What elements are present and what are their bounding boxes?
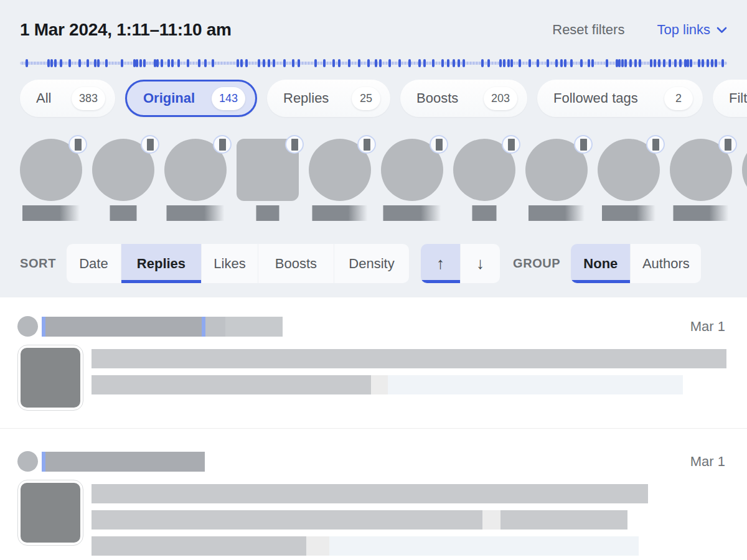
timeline-tick: [338, 59, 341, 67]
sort-option-density[interactable]: Density: [334, 244, 409, 283]
timeline-tick: [580, 59, 583, 67]
post-text-placeholder: [92, 510, 482, 530]
timeline-tick: [50, 59, 53, 67]
group-option-none[interactable]: None: [571, 244, 630, 283]
post-header: Mar 1: [17, 316, 725, 337]
timeline-tick: [458, 59, 460, 67]
avatar-badge-icon: [646, 135, 665, 154]
sort-direction-descending[interactable]: ↓: [461, 244, 500, 283]
timeline-tick: [121, 59, 123, 67]
carousel-avatar[interactable]: [598, 139, 660, 223]
timeline-tick: [654, 59, 656, 67]
top-links-dropdown[interactable]: Top links: [657, 22, 727, 38]
post-text-placeholder: [92, 536, 306, 556]
timeline-tick: [156, 59, 159, 67]
timeline-tick: [621, 59, 624, 67]
timeline-tick: [606, 59, 608, 67]
post-text-placeholder: [388, 375, 683, 394]
timeline-tick: [97, 59, 100, 67]
reset-filters-button[interactable]: Reset filters: [552, 22, 624, 38]
avatar-badge-icon: [141, 135, 159, 154]
activity-timeline-scrubber[interactable]: [20, 59, 727, 67]
post-item[interactable]: Mar 1: [0, 429, 747, 560]
post-thumbnail-image: [21, 483, 80, 543]
badge-glyph: [219, 139, 226, 151]
timeline-tick: [60, 59, 62, 67]
timeline-tick: [715, 59, 717, 67]
carousel-avatar[interactable]: [453, 139, 515, 223]
avatar-badge-icon: [430, 135, 448, 154]
carousel-avatar[interactable]: [237, 139, 299, 223]
carousel-avatar[interactable]: [525, 139, 588, 223]
sort-option-replies[interactable]: Replies: [121, 244, 201, 283]
timeline-tick: [707, 59, 709, 67]
post-author-avatar[interactable]: [17, 316, 38, 337]
timeline-tick: [283, 59, 286, 67]
filter-pill-replies[interactable]: Replies25: [267, 80, 390, 117]
filter-pill-label: Replies: [283, 90, 329, 106]
timeline-tick: [510, 59, 513, 67]
carousel-avatar[interactable]: [381, 139, 443, 223]
timeline-tick: [432, 59, 435, 67]
post-item[interactable]: Mar 1: [0, 297, 747, 429]
timeline-tick: [143, 59, 146, 67]
timeline-tick: [441, 59, 444, 67]
timeline-tick: [669, 59, 671, 67]
avatar-name-placeholder: [383, 205, 441, 221]
timeline-tick: [698, 59, 700, 67]
timeline-tick: [519, 59, 521, 67]
timeline-tick: [204, 59, 207, 67]
post-text-placeholder: [92, 484, 648, 503]
timeline-tick: [398, 59, 401, 67]
sort-option-likes[interactable]: Likes: [202, 244, 258, 283]
post-text-line: [92, 510, 648, 530]
sort-direction-ascending[interactable]: ↑: [421, 244, 460, 283]
post-author-avatar[interactable]: [17, 451, 38, 472]
timeline-tick: [616, 59, 618, 67]
filter-pill-all[interactable]: All383: [20, 80, 115, 117]
filter-pill-boosts[interactable]: Boosts203: [400, 80, 527, 117]
timeline-tick: [133, 59, 136, 67]
timeline-tick: [332, 59, 335, 67]
carousel-avatar[interactable]: [20, 139, 82, 223]
post-thumbnail-image: [21, 348, 80, 408]
timeline-tick: [684, 59, 687, 67]
avatar-name-placeholder: [256, 205, 280, 221]
timeline-tick: [503, 59, 505, 67]
top-links-label: Top links: [657, 22, 710, 38]
timeline-tick: [507, 59, 510, 67]
sort-option-boosts[interactable]: Boosts: [258, 244, 334, 283]
badge-glyph: [580, 139, 587, 151]
group-options-group: NoneAuthors: [571, 244, 701, 283]
timeline-tick: [78, 59, 81, 67]
avatar-name-placeholder: [167, 205, 225, 221]
filter-pill-original[interactable]: Original143: [125, 80, 257, 117]
carousel-avatar[interactable]: [670, 139, 732, 223]
sort-label: SORT: [20, 256, 56, 271]
post-thumbnail[interactable]: [17, 480, 83, 546]
sort-group-row: SORT DateRepliesLikesBoostsDensity ↑↓ GR…: [20, 244, 701, 283]
timeline-tick: [650, 59, 652, 67]
group-option-authors[interactable]: Authors: [631, 244, 701, 283]
timeline-tick: [463, 59, 465, 67]
avatar-badge-icon: [574, 135, 593, 154]
sort-option-date[interactable]: Date: [67, 244, 121, 283]
carousel-avatar-partial[interactable]: [742, 139, 747, 223]
timeline-tick: [136, 59, 138, 67]
filter-pill-filt[interactable]: Filt: [713, 80, 747, 117]
carousel-avatar[interactable]: [92, 139, 154, 223]
post-author-placeholder: [45, 452, 205, 472]
sort-options-group: DateRepliesLikesBoostsDensity: [67, 244, 409, 283]
carousel-avatar[interactable]: [309, 139, 371, 223]
timeline-tick: [161, 59, 163, 67]
filter-pill-followed-tags[interactable]: Followed tags2: [537, 80, 703, 117]
timeline-tick: [629, 59, 632, 67]
post-author-placeholder: [225, 317, 283, 337]
carousel-avatar[interactable]: [164, 139, 227, 223]
timeline-tick: [674, 59, 677, 67]
post-text-placeholder: [371, 375, 388, 394]
post-thumbnail[interactable]: [17, 345, 83, 411]
filters-panel: 1 Mar 2024, 1:11–11:10 am Reset filters …: [0, 0, 747, 297]
timeline-tick: [258, 59, 260, 67]
timeline-tick: [453, 59, 455, 67]
